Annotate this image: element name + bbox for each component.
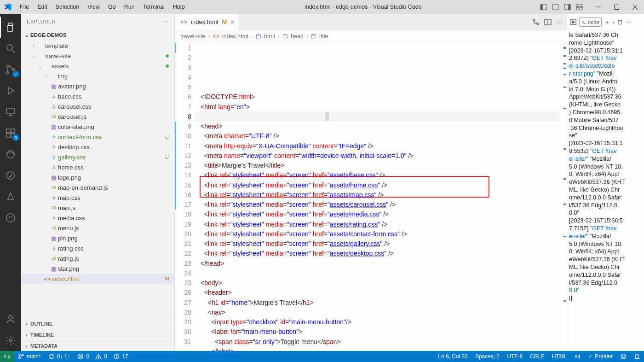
- status-live-preview[interactable]: [570, 353, 584, 360]
- activity-explorer[interactable]: [0, 17, 21, 38]
- status-branch[interactable]: main*: [14, 351, 45, 362]
- status-feedback[interactable]: [616, 353, 630, 360]
- code-line-14[interactable]: <link rel="stylesheet" media="screen" hr…: [195, 220, 559, 229]
- tree-item-gallery-css[interactable]: #gallery.cssU: [21, 152, 174, 162]
- tree-item-map-on-demand-js[interactable]: JSmap-on-demand.js: [21, 182, 174, 193]
- project-header[interactable]: ⌄ EDGE-DEMOS: [21, 29, 174, 41]
- menu-selection[interactable]: Selection: [52, 4, 83, 10]
- activity-edge[interactable]: [0, 144, 21, 165]
- editor-tab-index-html[interactable]: <> index.html M ×: [175, 14, 239, 30]
- tree-item-pin-png[interactable]: ▦pin.png: [21, 233, 174, 243]
- menu-run[interactable]: Run: [120, 4, 139, 10]
- terminal-dropdown-icon[interactable]: ▾: [613, 20, 615, 24]
- status-remote[interactable]: [0, 351, 14, 362]
- menu-edit[interactable]: Edit: [33, 4, 52, 10]
- kill-terminal-icon[interactable]: [617, 19, 623, 25]
- section-timeline[interactable]: ›TIMELINE: [21, 329, 174, 340]
- breadcrumb-head[interactable]: head: [291, 33, 304, 40]
- menu-help[interactable]: Help: [169, 4, 189, 10]
- menu-go[interactable]: Go: [104, 4, 120, 10]
- activity-github[interactable]: [0, 207, 21, 228]
- code-line-4[interactable]: <head>: [195, 122, 559, 131]
- tree-item-desktop-css[interactable]: #desktop.css: [21, 142, 174, 152]
- terminal-more-icon[interactable]: ⋯: [626, 19, 632, 25]
- activity-azure[interactable]: [0, 186, 21, 207]
- activity-account[interactable]: [0, 309, 21, 330]
- layout-right-icon[interactable]: [561, 1, 573, 12]
- code-line-18[interactable]: </head>: [195, 259, 559, 269]
- menu-file[interactable]: File: [16, 4, 33, 10]
- explorer-more-icon[interactable]: ⋯: [163, 19, 169, 25]
- status-problems[interactable]: 0 0 17: [74, 351, 132, 362]
- code-line-16[interactable]: <link rel="stylesheet" media="screen" hr…: [195, 239, 559, 249]
- tree-item-img[interactable]: ›img: [21, 71, 174, 81]
- terminal-output[interactable]: le Safari/537.36 Chrome-Lighthouse"[2023…: [567, 30, 644, 351]
- activity-remote-explorer[interactable]: [0, 101, 21, 123]
- tree-item-color-star-png[interactable]: ▦color-star.png: [21, 122, 174, 132]
- tree-item-star-png[interactable]: ▦star.png: [21, 263, 174, 274]
- layout-left-icon[interactable]: [537, 1, 549, 12]
- code-line-13[interactable]: <link rel="stylesheet" media="screen" hr…: [195, 210, 559, 219]
- tree-item-rating-css[interactable]: #rating.css: [21, 243, 174, 253]
- window-close-button[interactable]: [626, 0, 644, 14]
- breadcrumb-html[interactable]: html: [264, 33, 275, 40]
- code-line-26[interactable]: <span class="sr-only">Toggle menu</span>: [195, 337, 559, 347]
- activity-source-control[interactable]: 7: [0, 59, 21, 80]
- tree-item-carousel-css[interactable]: #carousel.css: [21, 101, 174, 111]
- code-line-15[interactable]: <link rel="stylesheet" media="screen" hr…: [195, 229, 559, 239]
- activity-run-debug[interactable]: [0, 80, 21, 101]
- tree-item-carousel-js[interactable]: JScarousel.js: [21, 111, 174, 122]
- split-editor-icon[interactable]: [544, 18, 552, 26]
- section-outline[interactable]: ›OUTLINE: [21, 318, 174, 329]
- tree-item-index-html[interactable]: <>index.htmlM: [21, 274, 174, 284]
- code-line-2[interactable]: <html lang="en">: [195, 102, 559, 112]
- run-task-icon[interactable]: [570, 19, 576, 25]
- tree-item-map-css[interactable]: #map.css: [21, 193, 174, 203]
- layout-grid-icon[interactable]: [573, 1, 585, 12]
- tree-item-map-js[interactable]: JSmap.js: [21, 203, 174, 213]
- code-line-20[interactable]: <body>: [195, 278, 559, 288]
- compare-changes-icon[interactable]: [532, 18, 540, 26]
- section-metadata[interactable]: ›METADATA: [21, 340, 174, 351]
- code-line-23[interactable]: <nav>: [195, 308, 559, 317]
- window-maximize-button[interactable]: [607, 0, 626, 14]
- status-language[interactable]: HTML: [548, 353, 571, 360]
- status-encoding[interactable]: UTF-8: [503, 353, 526, 360]
- tree-item-template[interactable]: ›template: [21, 41, 174, 51]
- code-line-22[interactable]: <h1 id="home">Margie's Travel</h1>: [195, 298, 559, 308]
- code-line-5[interactable]: <meta charset="UTF-8" />: [195, 131, 559, 141]
- code-line-1[interactable]: <!DOCTYPE html>: [195, 92, 559, 102]
- tab-close-button[interactable]: ×: [230, 18, 234, 26]
- activity-webhint[interactable]: [0, 165, 21, 186]
- code-editor[interactable]: <!DOCTYPE html><html lang="en"> <head> <…: [195, 42, 559, 351]
- tree-item-home-css[interactable]: #home.css: [21, 162, 174, 172]
- tree-item-assets[interactable]: ⌄assets: [21, 61, 174, 71]
- tree-item-avatar-png[interactable]: ▦avatar.png: [21, 81, 174, 91]
- tree-item-logo-png[interactable]: ▦logo.png: [21, 172, 174, 182]
- code-line-27[interactable]: </label>: [195, 347, 559, 351]
- tree-item-contact-form-css[interactable]: #contact-form.cssU: [21, 132, 174, 142]
- code-line-6[interactable]: <meta http-equiv="X-UA-Compatible" conte…: [195, 141, 559, 151]
- code-line-12[interactable]: <link rel="stylesheet" media="screen" hr…: [195, 200, 559, 210]
- breadcrumb[interactable]: travel-site›<>index.html›html›head›title: [175, 30, 567, 42]
- breadcrumb-index.html[interactable]: index.html: [222, 33, 248, 40]
- menu-terminal[interactable]: Terminal: [139, 4, 169, 10]
- menu-view[interactable]: View: [83, 4, 104, 10]
- code-line-17[interactable]: <link rel="stylesheet" media="screen" hr…: [195, 249, 559, 258]
- code-line-11[interactable]: <link rel="stylesheet" media="screen" hr…: [195, 190, 559, 200]
- tree-item-base-css[interactable]: #base.css: [21, 91, 174, 101]
- status-notifications[interactable]: [630, 353, 644, 360]
- code-line-25[interactable]: <label for="main-menu-button">: [195, 327, 559, 337]
- code-line-19[interactable]: [195, 269, 559, 278]
- tree-item-menu-js[interactable]: JSmenu.js: [21, 223, 174, 233]
- code-line-21[interactable]: <header>: [195, 288, 559, 298]
- status-spaces[interactable]: Spaces: 2: [472, 353, 503, 360]
- code-line-3[interactable]: [195, 112, 559, 122]
- code-line-7[interactable]: <meta name="viewport" content="width=dev…: [195, 151, 559, 161]
- breadcrumb-travel-site[interactable]: travel-site: [180, 33, 205, 40]
- status-eol[interactable]: CRLF: [526, 353, 548, 360]
- code-line-10[interactable]: <link rel="stylesheet" media="screen" hr…: [195, 181, 559, 190]
- code-line-8[interactable]: <title>Margie's Travel</title>: [195, 161, 559, 170]
- code-line-24[interactable]: <input type="checkbox" id="main-menu-but…: [195, 317, 559, 327]
- breadcrumb-title[interactable]: title: [319, 33, 328, 40]
